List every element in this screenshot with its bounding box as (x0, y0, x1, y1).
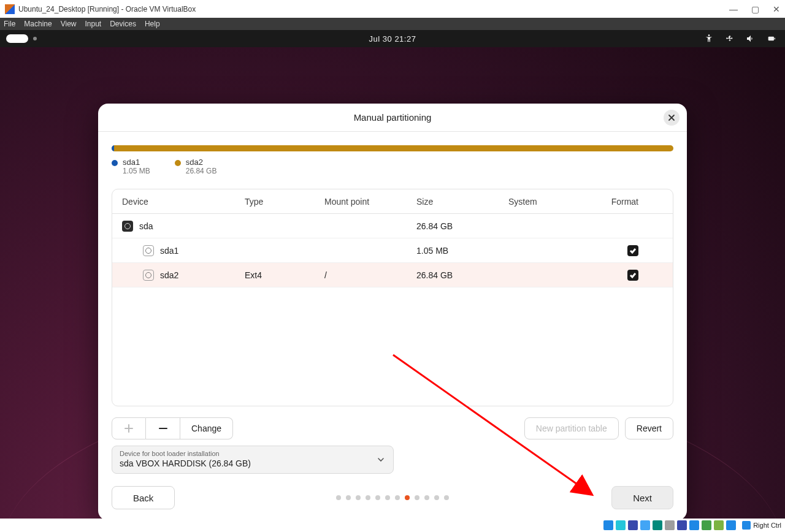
plus-icon (124, 424, 133, 433)
status-audio-icon[interactable] (628, 520, 638, 530)
legend-dot (175, 160, 181, 166)
table-row[interactable]: sda 26.84 GB (112, 214, 673, 238)
partition-actions: Change New partition table Revert (112, 417, 673, 439)
legend-name: sda2 (186, 158, 217, 167)
new-partition-table-button[interactable]: New partition table (524, 417, 619, 439)
minus-icon (159, 424, 167, 433)
system-tray[interactable] (704, 34, 785, 44)
vbox-titlebar: Ubuntu_24_Desktop [Running] - Oracle VM … (0, 0, 785, 18)
legend-size: 26.84 GB (186, 167, 217, 175)
legend-dot (112, 160, 118, 166)
add-partition-button[interactable] (112, 417, 146, 439)
close-button[interactable] (664, 110, 680, 126)
status-shared-folder-icon[interactable] (665, 520, 675, 530)
status-network-icon[interactable] (640, 520, 650, 530)
cell-device: sda2 (160, 270, 178, 280)
svg-rect-2 (775, 38, 775, 40)
partition-icon (143, 270, 154, 281)
status-optical-icon[interactable] (616, 520, 626, 530)
back-button[interactable]: Back (112, 486, 175, 509)
status-recording-icon[interactable] (689, 520, 699, 530)
change-partition-button[interactable]: Change (180, 417, 233, 439)
chevron-down-icon (377, 456, 385, 463)
menu-devices[interactable]: Devices (110, 20, 136, 28)
status-display-icon[interactable] (677, 520, 687, 530)
virtualbox-icon (5, 4, 15, 14)
guest-desktop: Jul 30 21:27 Manual partitioning sda11.0… (0, 30, 785, 519)
menu-machine[interactable]: Machine (24, 20, 52, 28)
gnome-topbar: Jul 30 21:27 (0, 30, 785, 47)
volume-icon[interactable] (746, 34, 756, 44)
legend-item-sda1: sda11.05 MB (112, 158, 150, 175)
vbox-statusbar: Right Ctrl (0, 519, 785, 532)
dialog-title: Manual partitioning (354, 112, 432, 123)
host-key-icon (742, 521, 751, 530)
next-button[interactable]: Next (611, 486, 673, 509)
menu-input[interactable]: Input (85, 20, 102, 28)
cell-type: Ext4 (245, 270, 324, 280)
status-cpu-icon[interactable] (702, 520, 711, 530)
dialog-footer: Back Next (112, 486, 673, 509)
col-size: Size (416, 197, 508, 207)
status-mouse-icon[interactable] (714, 520, 724, 530)
partition-icon (143, 245, 154, 256)
close-icon (668, 114, 675, 121)
cell-device: sda1 (160, 246, 178, 256)
bootloader-label: Device for boot loader installation (120, 450, 386, 457)
partition-table: Device Type Mount point Size System Form… (112, 189, 673, 406)
network-icon[interactable] (725, 34, 735, 44)
col-device: Device (122, 197, 245, 207)
legend-size: 1.05 MB (123, 167, 150, 175)
col-format: Format (600, 197, 663, 207)
installer-dialog: Manual partitioning sda11.05 MB sda226.8… (98, 104, 687, 520)
clock[interactable]: Jul 30 21:27 (369, 34, 416, 44)
menu-file[interactable]: File (4, 20, 15, 28)
window-minimize-icon[interactable]: — (729, 4, 738, 14)
table-row[interactable]: sda2 Ext4 / 26.84 GB (112, 263, 673, 287)
revert-button[interactable]: Revert (625, 417, 673, 439)
col-system: System (508, 197, 600, 207)
cell-size: 26.84 GB (416, 270, 508, 280)
status-hdd-icon[interactable] (603, 520, 613, 530)
dialog-header: Manual partitioning (98, 104, 687, 132)
format-checkbox[interactable] (627, 245, 638, 256)
menu-view[interactable]: View (61, 20, 77, 28)
power-icon[interactable] (767, 34, 776, 44)
status-keyboard-icon[interactable] (726, 520, 736, 530)
legend-name: sda1 (123, 158, 150, 167)
svg-point-0 (708, 34, 710, 36)
step-dots (336, 495, 449, 500)
activities-pill[interactable] (6, 34, 28, 43)
svg-rect-1 (768, 37, 774, 41)
bootloader-device-select[interactable]: Device for boot loader installation sda … (112, 446, 394, 474)
bootloader-value: sda VBOX HARDDISK (26.84 GB) (120, 458, 386, 468)
vbox-title: Ubuntu_24_Desktop [Running] - Oracle VM … (18, 5, 196, 13)
disk-usage-bar (112, 145, 673, 151)
remove-partition-button[interactable] (146, 417, 180, 439)
window-close-icon[interactable]: ✕ (773, 4, 780, 14)
window-maximize-icon[interactable]: ▢ (751, 4, 759, 14)
partition-legend: sda11.05 MB sda226.84 GB (112, 158, 673, 175)
accessibility-icon[interactable] (704, 34, 714, 44)
col-type: Type (245, 197, 324, 207)
cell-mount: / (324, 270, 416, 280)
host-key-label: Right Ctrl (753, 522, 781, 529)
vbox-menubar[interactable]: File Machine View Input Devices Help (0, 18, 785, 30)
format-checkbox[interactable] (627, 270, 638, 281)
workspace-dot[interactable] (33, 37, 37, 40)
cell-size: 1.05 MB (416, 246, 508, 256)
status-usb-icon[interactable] (653, 520, 662, 530)
col-mount: Mount point (324, 197, 416, 207)
table-row[interactable]: sda1 1.05 MB (112, 238, 673, 263)
menu-help[interactable]: Help (145, 20, 160, 28)
table-header: Device Type Mount point Size System Form… (112, 189, 673, 214)
cell-size: 26.84 GB (416, 221, 508, 231)
cell-device: sda (139, 221, 153, 231)
legend-item-sda2: sda226.84 GB (175, 158, 217, 175)
disk-icon (122, 221, 133, 232)
